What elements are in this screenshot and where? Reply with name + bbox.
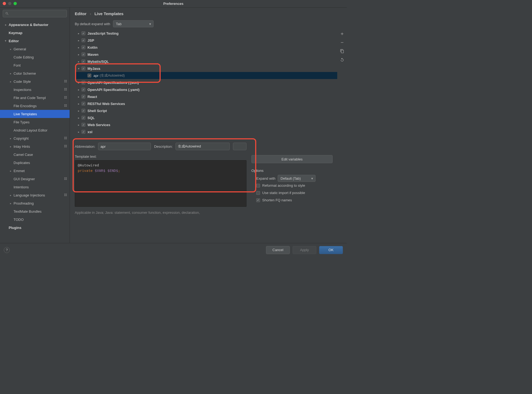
sidebar-item-todo[interactable]: TODO — [0, 215, 70, 224]
sidebar-item-inlay-hints[interactable]: ▸Inlay Hints — [0, 142, 70, 150]
sidebar-item-duplicates[interactable]: Duplicates — [0, 159, 70, 167]
sidebar-item-appearance-behavior[interactable]: ▸Appearance & Behavior — [0, 21, 70, 29]
description-input[interactable] — [176, 143, 230, 150]
reformat-option[interactable]: Reformat according to style — [256, 183, 333, 188]
checkbox-icon[interactable] — [82, 67, 85, 70]
expand-with-option-select[interactable]: Default (Tab) — [278, 175, 316, 182]
ok-button[interactable]: OK — [319, 246, 343, 254]
cancel-button[interactable]: Cancel — [266, 246, 290, 254]
sidebar-item-intentions[interactable]: Intentions — [0, 183, 70, 191]
sidebar-item-gui-designer[interactable]: GUI Designer — [0, 175, 70, 183]
checkbox-icon[interactable] — [82, 52, 85, 56]
sidebar-item-editor[interactable]: ▸Editor — [0, 37, 70, 45]
template-group-label: Shell Script — [87, 109, 107, 113]
template-group-shell-script[interactable]: ▸Shell Script — [75, 107, 337, 114]
chevron-down-icon: ▸ — [4, 39, 7, 43]
template-group-sql[interactable]: ▸SQL — [75, 114, 337, 121]
minimize-window-icon[interactable] — [8, 2, 11, 5]
checkbox-icon[interactable] — [82, 88, 85, 91]
template-group-javascript-testing[interactable]: ▸JavaScript Testing — [75, 30, 337, 37]
checkbox-icon[interactable] — [256, 191, 260, 195]
dialog-footer: ? Cancel Apply OK — [0, 243, 347, 257]
sidebar-item-color-scheme[interactable]: ▸Color Scheme — [0, 69, 70, 77]
sidebar-item-label: Code Style — [14, 80, 64, 84]
sidebar-item-emmet[interactable]: ▸Emmet — [0, 167, 70, 175]
template-group-openapi-specifications-json-[interactable]: ▸OpenAPI Specifications (.json) — [75, 79, 337, 86]
sidebar-item-label: GUI Designer — [14, 177, 64, 181]
help-button[interactable]: ? — [4, 247, 10, 253]
checkbox-icon[interactable] — [82, 81, 85, 84]
static-import-option[interactable]: Use static import if possible — [256, 191, 333, 195]
checkbox-icon[interactable] — [82, 102, 85, 106]
checkbox-icon[interactable] — [82, 130, 85, 134]
template-group-react[interactable]: ▸React — [75, 93, 337, 100]
sidebar-item-code-editing[interactable]: Code Editing — [0, 53, 70, 61]
template-group-myjava[interactable]: ▾MyJava — [75, 65, 337, 72]
code-annotation: @Autowired — [78, 163, 99, 167]
checkbox-icon[interactable] — [82, 60, 85, 63]
scheme-icon — [64, 177, 68, 181]
checkbox-icon[interactable] — [82, 95, 85, 98]
chevron-right-icon: ▸ — [4, 23, 8, 26]
template-group-zen-css[interactable]: ▸Zen CSS — [75, 135, 337, 137]
checkbox-icon[interactable] — [82, 38, 85, 42]
checkbox-icon[interactable] — [87, 74, 91, 77]
sidebar-item-proofreading[interactable]: ▸Proofreading — [0, 199, 70, 207]
sidebar-item-textmate-bundles[interactable]: TextMate Bundles — [0, 207, 70, 215]
template-group-maven[interactable]: ▸Maven — [75, 51, 337, 58]
template-group-kotlin[interactable]: ▸Kotlin — [75, 44, 337, 51]
shorten-fq-option[interactable]: Shorten FQ names — [256, 198, 333, 202]
sidebar-item-file-encodings[interactable]: File Encodings — [0, 102, 70, 110]
template-group-jsp[interactable]: ▸JSP — [75, 37, 337, 44]
sidebar-item-plugins[interactable]: Plugins — [0, 224, 70, 232]
checkbox-icon[interactable] — [256, 198, 260, 202]
sidebar-item-general[interactable]: ▸General — [0, 45, 70, 53]
template-list[interactable]: ▸JavaScript Testing▸JSP▸Kotlin▸Maven▸Myb… — [75, 29, 338, 137]
sidebar-item-code-style[interactable]: ▸Code Style — [0, 77, 70, 86]
code-var: $END$ — [108, 169, 118, 173]
checkbox-icon[interactable] — [82, 31, 85, 35]
sidebar-item-font[interactable]: Font — [0, 61, 70, 69]
zoom-window-icon[interactable] — [14, 2, 17, 5]
expand-with-select[interactable]: Tab — [113, 20, 154, 27]
sidebar-item-keymap[interactable]: Keymap — [0, 29, 70, 37]
sidebar-item-file-and-code-templ[interactable]: File and Code Templ — [0, 94, 70, 102]
sidebar-item-android-layout-editor[interactable]: Android Layout Editor — [0, 126, 70, 134]
template-group-web-services[interactable]: ▸Web Services — [75, 121, 337, 128]
abbreviation-input[interactable] — [98, 143, 151, 150]
sidebar-item-inspections[interactable]: Inspections — [0, 86, 70, 94]
template-text-editor[interactable]: @Autowired private $VAR$ $END$; — [75, 160, 246, 207]
sidebar-item-copyright[interactable]: ▸Copyright — [0, 134, 70, 142]
checkbox-icon[interactable] — [82, 116, 85, 120]
chevron-right-icon: ▸ — [9, 145, 12, 148]
expand-label: By default expand with — [75, 22, 110, 26]
template-item-desc: (生成Autowired) — [100, 73, 125, 78]
checkbox-icon[interactable] — [82, 109, 85, 113]
checkbox-icon[interactable] — [82, 123, 85, 127]
sidebar-item-camel-case[interactable]: Camel Case — [0, 150, 70, 159]
checkbox-icon[interactable] — [82, 45, 85, 49]
edit-variables-button[interactable]: Edit variables — [251, 155, 333, 163]
template-group-mybatis-sql[interactable]: ▸Mybatis/SQL — [75, 58, 337, 65]
close-window-icon[interactable] — [3, 2, 6, 5]
sidebar-item-label: File and Code Templ — [14, 96, 64, 100]
template-group-openapi-specifications-yaml-[interactable]: ▸OpenAPI Specifications (.yaml) — [75, 86, 337, 93]
sidebar-item-language-injections[interactable]: ▸Language Injections — [0, 191, 70, 199]
template-item-apr[interactable]: apr (生成Autowired) — [75, 72, 337, 79]
copy-button[interactable] — [339, 48, 345, 54]
remove-button[interactable] — [339, 40, 345, 45]
breadcrumb-editor[interactable]: Editor — [75, 11, 86, 16]
sidebar-item-label: Font — [14, 63, 70, 67]
extra-field[interactable] — [233, 143, 246, 150]
add-button[interactable] — [339, 31, 345, 37]
template-group-restful-web-services[interactable]: ▸RESTful Web Services — [75, 100, 337, 107]
window-title: Preferences — [163, 2, 183, 6]
revert-button[interactable] — [339, 57, 345, 63]
template-group-xsl[interactable]: ▸xsl — [75, 128, 337, 135]
checkbox-icon[interactable] — [256, 184, 260, 188]
search-input[interactable] — [3, 10, 67, 17]
sidebar-item-label: Plugins — [9, 226, 70, 230]
sidebar-item-live-templates[interactable]: Live Templates — [0, 110, 70, 118]
sidebar-item-file-types[interactable]: File Types — [0, 118, 70, 126]
template-group-label: React — [87, 95, 97, 99]
